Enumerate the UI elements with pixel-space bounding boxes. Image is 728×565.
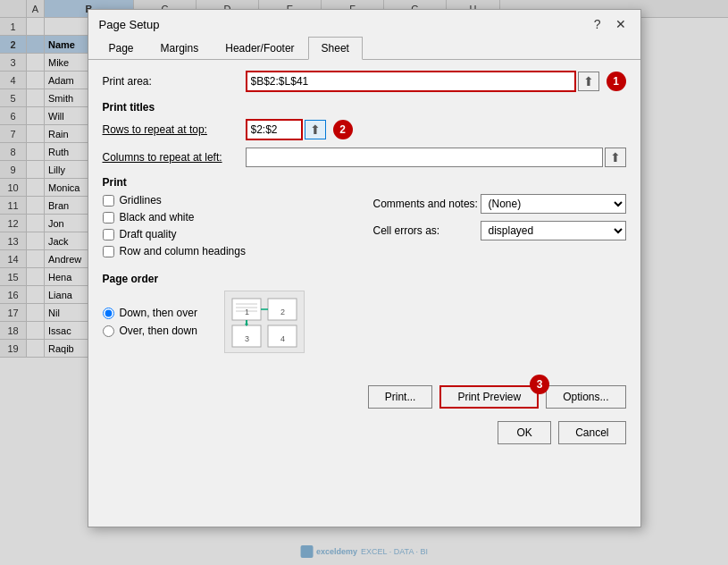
tab-page[interactable]: Page (96, 37, 147, 60)
print-area-row: Print area: ⬆ 1 (103, 71, 626, 92)
dialog-title: Page Setup (99, 18, 160, 31)
gridlines-checkbox[interactable] (103, 195, 114, 207)
cols-to-repeat-collapse-button[interactable]: ⬆ (605, 148, 626, 167)
print-button[interactable]: Print... (368, 385, 433, 409)
rows-to-repeat-input[interactable] (247, 121, 301, 139)
row-col-headings-label: Row and column headings (120, 245, 246, 257)
gridlines-label: Gridlines (120, 194, 162, 207)
tabs-bar: Page Margins Header/Footer Sheet (88, 37, 640, 60)
checkbox-blackwhite-row: Black and white (103, 211, 356, 223)
rows-to-repeat-collapse-button[interactable]: ⬆ (305, 120, 326, 139)
print-right: Comments and notes: (None) Cell errors a… (373, 194, 626, 262)
down-then-over-label: Down, then over (120, 307, 197, 319)
print-area-label: Print area: (103, 75, 246, 88)
comments-select[interactable]: (None) (481, 194, 626, 214)
comments-row: Comments and notes: (None) (373, 194, 626, 214)
over-then-down-label: Over, then down (120, 325, 197, 337)
black-white-checkbox[interactable] (103, 212, 114, 223)
tab-margins[interactable]: Margins (147, 37, 213, 60)
comments-label: Comments and notes: (373, 198, 481, 210)
dialog-titlebar: Page Setup ? ✕ (88, 10, 640, 35)
cols-to-repeat-label: Columns to repeat at left: (103, 151, 246, 164)
svg-text:3: 3 (245, 334, 249, 343)
svg-text:2: 2 (280, 308, 285, 316)
print-preview-badge: 3 (530, 375, 549, 394)
rows-to-repeat-row: Rows to repeat at top: ⬆ 2 (103, 119, 626, 140)
print-area-badge: 1 (607, 72, 626, 91)
draft-quality-checkbox[interactable] (103, 229, 114, 240)
cell-errors-select[interactable]: displayed (481, 221, 626, 240)
ok-button[interactable]: OK (498, 421, 551, 444)
page-order-title: Page order (103, 273, 626, 285)
svg-text:4: 4 (280, 334, 285, 343)
radio-down-then-over: Down, then over (103, 307, 197, 319)
cell-errors-label: Cell errors as: (373, 224, 481, 237)
dialog-close-button[interactable]: ✕ (612, 17, 630, 31)
radio-over-then-down: Over, then down (103, 325, 197, 337)
svg-text:1: 1 (245, 308, 249, 316)
black-white-label: Black and white (120, 211, 195, 223)
checkbox-rowcol-row: Row and column headings (103, 245, 356, 257)
ok-cancel-buttons: OK Cancel (88, 421, 640, 457)
rows-to-repeat-label: Rows to repeat at top: (103, 123, 246, 136)
print-area-collapse-button[interactable]: ⬆ (578, 72, 599, 91)
dialog-overlay: Page Setup ? ✕ Page Margins Header/Foote… (0, 0, 728, 565)
page-order-row: Down, then over Over, then down (103, 291, 626, 353)
page-order-diagram: 1 2 3 4 (224, 291, 305, 353)
dialog-help-button[interactable]: ? (590, 17, 605, 31)
cols-to-repeat-row: Columns to repeat at left: ⬆ (103, 148, 626, 167)
dialog-buttons: Print... Print Preview 3 Options... (88, 373, 640, 421)
tab-sheet[interactable]: Sheet (308, 37, 363, 60)
over-then-down-radio[interactable] (103, 325, 114, 337)
tab-header-footer[interactable]: Header/Footer (212, 37, 307, 60)
checkbox-draft-row: Draft quality (103, 228, 356, 240)
dialog-controls: ? ✕ (590, 17, 630, 31)
cell-errors-row: Cell errors as: displayed (373, 221, 626, 240)
page-setup-dialog: Page Setup ? ✕ Page Margins Header/Foote… (88, 9, 641, 527)
radio-col: Down, then over Over, then down (103, 307, 197, 337)
print-left: Gridlines Black and white Draft quality … (103, 194, 356, 262)
draft-quality-label: Draft quality (120, 228, 177, 240)
print-section-title: Print (103, 176, 626, 189)
print-titles-section-title: Print titles (103, 101, 626, 114)
cancel-button[interactable]: Cancel (558, 421, 625, 444)
print-area-input[interactable] (247, 72, 574, 90)
print-preview-button[interactable]: Print Preview (439, 385, 539, 409)
options-button[interactable]: Options... (546, 385, 625, 409)
down-then-over-radio[interactable] (103, 308, 114, 319)
cols-to-repeat-input[interactable] (246, 148, 603, 167)
row-col-headings-checkbox[interactable] (103, 246, 114, 257)
print-two-col: Gridlines Black and white Draft quality … (103, 194, 626, 262)
dialog-content: Print area: ⬆ 1 Print titles Rows to rep… (88, 60, 640, 364)
rows-to-repeat-badge: 2 (333, 120, 353, 139)
checkbox-gridlines-row: Gridlines (103, 194, 356, 207)
page-order-section: Page order Down, then over Over, then do… (103, 273, 626, 353)
